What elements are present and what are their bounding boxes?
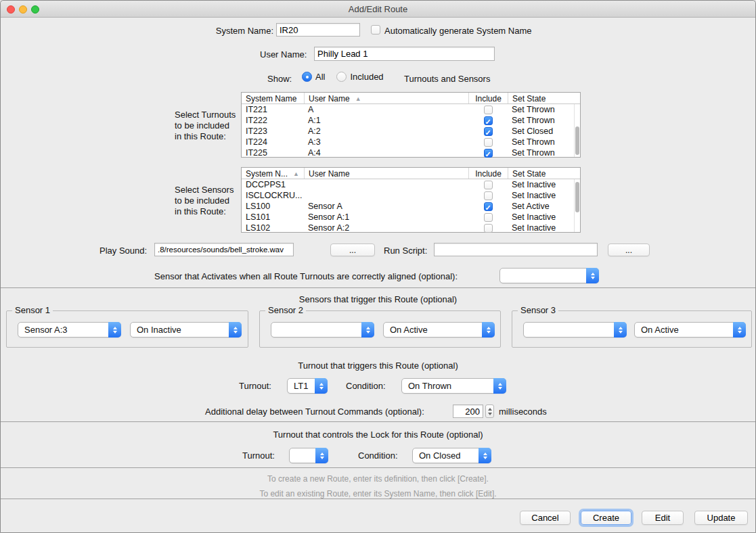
delay-input[interactable] bbox=[453, 404, 483, 418]
radio-icon[interactable] bbox=[302, 72, 312, 82]
include-checkbox[interactable] bbox=[484, 106, 493, 114]
sensor-2-condition-select[interactable]: On Active bbox=[383, 322, 495, 338]
include-checkbox[interactable] bbox=[484, 202, 493, 211]
include-checkbox[interactable] bbox=[484, 149, 493, 158]
sensor-3-select[interactable] bbox=[523, 322, 627, 338]
include-checkbox[interactable] bbox=[484, 224, 493, 233]
turnout-trigger-select[interactable]: LT1 bbox=[287, 378, 328, 394]
lock-section: Turnout that controls the Lock for this … bbox=[1, 423, 755, 468]
dropdown-stepper-icon bbox=[733, 322, 746, 338]
set-state-cell[interactable]: Set Inactive bbox=[508, 223, 576, 233]
include-checkbox[interactable] bbox=[484, 181, 493, 189]
set-state-cell[interactable]: Set Closed bbox=[508, 126, 576, 137]
user-name-label: User Name: bbox=[260, 49, 307, 60]
window-title: Add/Edit Route bbox=[1, 4, 755, 14]
vertical-scrollbar[interactable] bbox=[574, 104, 580, 157]
play-sound-input[interactable] bbox=[154, 243, 294, 256]
sensors-table-body: DCCPPS1 Set Inactive ISCLOCKRU... Set In… bbox=[242, 179, 580, 233]
column-header-system-name[interactable]: System Name bbox=[242, 93, 304, 103]
dropdown-stepper-icon bbox=[229, 322, 242, 338]
auto-generate-label: Automatically generate System Name bbox=[384, 26, 531, 36]
include-checkbox[interactable] bbox=[484, 213, 493, 222]
column-header-system-name[interactable]: System N...▲ bbox=[242, 168, 304, 179]
sensor-1-group: Sensor 1 Sensor A:3 On Inactive bbox=[6, 310, 248, 348]
lock-condition-label: Condition: bbox=[358, 450, 398, 461]
system-name-cell: ISCLOCKRU... bbox=[242, 190, 304, 201]
show-radio-group: All Included bbox=[302, 72, 395, 82]
sensors-select-label: Select Sensors to be included in this Ro… bbox=[175, 185, 242, 217]
hint-section: To create a new Route, enter its definit… bbox=[1, 469, 755, 499]
set-state-cell[interactable]: Set Thrown bbox=[508, 147, 576, 158]
run-script-input[interactable] bbox=[434, 243, 598, 256]
create-button[interactable]: Create bbox=[581, 511, 631, 525]
set-state-cell[interactable]: Set Active bbox=[508, 201, 576, 212]
play-sound-browse-button[interactable]: ... bbox=[330, 244, 375, 256]
set-state-cell[interactable]: Set Thrown bbox=[508, 115, 576, 126]
include-checkbox[interactable] bbox=[484, 116, 493, 125]
table-row: DCCPPS1 Set Inactive bbox=[242, 179, 580, 190]
table-row: IT221 A Set Thrown bbox=[242, 104, 580, 115]
turnouts-table-header: System Name User Name▲ Include Set State bbox=[242, 93, 580, 104]
set-state-cell[interactable]: Set Thrown bbox=[508, 137, 576, 147]
user-name-cell: Sensor A:1 bbox=[304, 212, 468, 223]
sensor-1-condition-select[interactable]: On Inactive bbox=[130, 322, 242, 338]
aligned-sensor-select[interactable] bbox=[499, 268, 599, 283]
scrollbar-thumb[interactable] bbox=[575, 126, 579, 155]
delay-stepper[interactable] bbox=[485, 404, 494, 418]
column-header-user-name[interactable]: User Name▲ bbox=[304, 93, 468, 103]
auto-generate-checkbox[interactable] bbox=[371, 25, 380, 34]
dropdown-stepper-icon bbox=[479, 448, 491, 463]
select-value: On Inactive bbox=[137, 325, 226, 335]
scrollbar-thumb[interactable] bbox=[575, 182, 579, 212]
vertical-scrollbar[interactable] bbox=[574, 179, 580, 232]
show-radio-option[interactable]: Included bbox=[336, 72, 383, 82]
system-name-input[interactable] bbox=[276, 23, 360, 37]
system-name-cell: IT222 bbox=[242, 115, 304, 126]
column-header-set-state[interactable]: Set State bbox=[508, 168, 576, 179]
turnout-condition-select[interactable]: On Thrown bbox=[401, 378, 506, 394]
system-name-cell: IT223 bbox=[242, 126, 304, 137]
include-checkbox[interactable] bbox=[484, 127, 493, 136]
delay-units-label: milliseconds bbox=[499, 407, 547, 417]
system-name-label: System Name: bbox=[158, 26, 273, 36]
turnout-trigger-label: Turnout: bbox=[239, 381, 271, 391]
hint-create: To create a new Route, enter its definit… bbox=[1, 474, 755, 484]
user-name-input[interactable] bbox=[314, 47, 495, 61]
include-checkbox[interactable] bbox=[484, 191, 493, 200]
column-header-include[interactable]: Include bbox=[468, 93, 508, 103]
set-state-cell[interactable]: Set Thrown bbox=[508, 104, 576, 115]
table-row: LS102 Sensor A:2 Set Inactive bbox=[242, 223, 580, 233]
user-name-cell bbox=[304, 179, 468, 190]
set-state-cell[interactable]: Set Inactive bbox=[508, 179, 576, 190]
table-row: IT224 A:3 Set Thrown bbox=[242, 137, 580, 147]
show-radio-option[interactable]: All bbox=[302, 72, 325, 82]
title-bar[interactable]: Add/Edit Route bbox=[1, 1, 755, 18]
lock-turnout-select[interactable] bbox=[289, 448, 328, 463]
radio-icon[interactable] bbox=[336, 72, 347, 82]
column-header-include[interactable]: Include bbox=[468, 168, 508, 179]
table-row: LS100 Sensor A Set Active bbox=[242, 201, 580, 212]
sensor-1-select[interactable]: Sensor A:3 bbox=[18, 322, 121, 338]
lock-condition-select[interactable]: On Closed bbox=[412, 448, 491, 463]
column-header-set-state[interactable]: Set State bbox=[508, 93, 576, 103]
sensor-3-condition-select[interactable]: On Active bbox=[634, 322, 746, 338]
include-checkbox[interactable] bbox=[484, 138, 493, 147]
update-button[interactable]: Update bbox=[694, 511, 748, 525]
select-value: Sensor A:3 bbox=[24, 325, 106, 335]
set-state-cell[interactable]: Set Inactive bbox=[508, 190, 576, 201]
user-name-cell: A:1 bbox=[304, 115, 468, 126]
turnouts-select-label: Select Turnouts to be included in this R… bbox=[175, 110, 242, 142]
dropdown-stepper-icon bbox=[315, 378, 328, 394]
user-name-cell: Sensor A:2 bbox=[304, 223, 468, 233]
table-row: LS101 Sensor A:1 Set Inactive bbox=[242, 212, 580, 223]
run-script-browse-button[interactable]: ... bbox=[608, 244, 650, 256]
dropdown-stepper-icon bbox=[108, 322, 121, 338]
sensor-2-select[interactable] bbox=[271, 322, 374, 338]
run-script-label: Run Script: bbox=[384, 246, 427, 256]
set-state-cell[interactable]: Set Inactive bbox=[508, 212, 576, 223]
user-name-cell: A bbox=[304, 104, 468, 115]
column-header-user-name[interactable]: User Name bbox=[304, 168, 468, 179]
cancel-button[interactable]: Cancel bbox=[520, 511, 571, 525]
system-name-cell: LS101 bbox=[242, 212, 304, 223]
edit-button[interactable]: Edit bbox=[642, 511, 684, 525]
